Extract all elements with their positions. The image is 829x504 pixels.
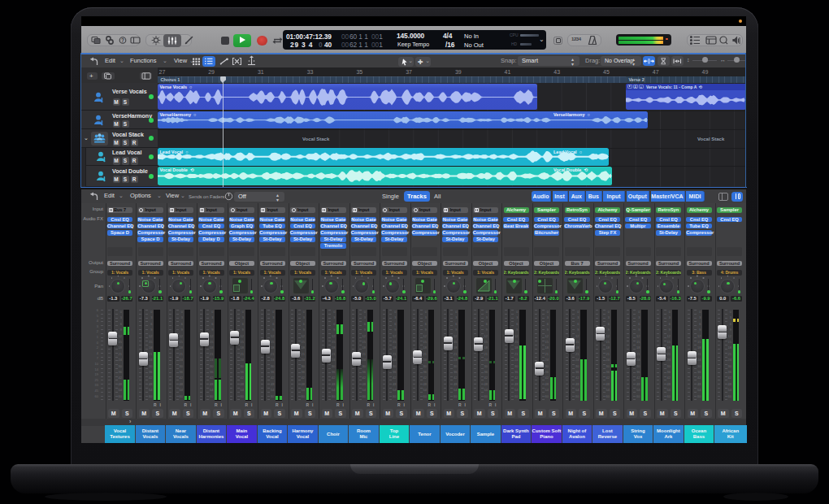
svg-text:?: ? <box>121 37 124 43</box>
